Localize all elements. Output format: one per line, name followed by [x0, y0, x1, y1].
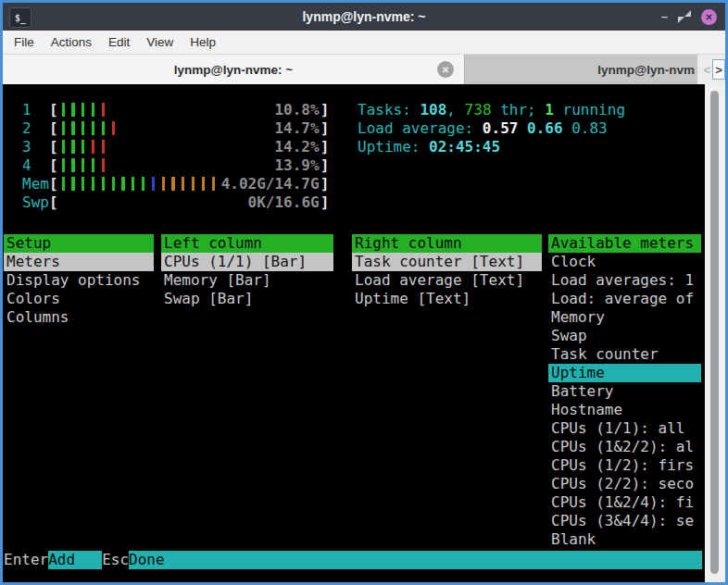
panel-available-meters-item[interactable]: CPUs (1/2): firs [548, 456, 701, 475]
cpu3-meter: 3[14.2%] [22, 138, 329, 156]
panel-available-meters-header: Available meters [548, 234, 701, 253]
panel-left-column-item[interactable]: Swap [Bar] [161, 290, 333, 308]
green-meter-bar [82, 177, 84, 191]
swp-meter: Swp[0K/16.6G] [22, 193, 329, 212]
window-title: lynmp@lyn-nvme: ~ [3, 9, 725, 24]
panel-right-column-item[interactable]: Uptime [Text] [352, 290, 542, 308]
load-line: Load average: 0.57 0.66 0.83 [358, 119, 608, 138]
uptime-line: Uptime: 02:45:45 [358, 138, 500, 156]
green-meter-bar [71, 140, 74, 154]
cpu2-label: 2 [22, 119, 49, 138]
green-meter-bar [132, 177, 134, 191]
panel-available-meters-item[interactable]: CPUs (1&2/4): fi [548, 493, 701, 512]
menu-item[interactable]: Actions [43, 35, 100, 49]
bracket-close: ] [320, 119, 330, 138]
panel-right-column-item[interactable]: Task counter [Text] [352, 253, 542, 271]
running-label: running [554, 101, 625, 118]
scrollbar-track[interactable] [705, 84, 725, 582]
uptime-label: Uptime: [358, 138, 429, 156]
cpu3-value: 14.2% [274, 138, 319, 156]
red-meter-bar [112, 121, 115, 135]
title-bar[interactable]: $_ lynmp@lyn-nvme: ~ – ✕ [3, 3, 725, 31]
load-1min: 0.57 [483, 119, 527, 137]
green-meter-bar [92, 158, 94, 172]
menu-item[interactable]: Help [182, 35, 224, 49]
panel-right-column-item[interactable]: Load average [Text] [352, 271, 542, 290]
panel-setup: Setup MetersDisplay optionsColorsColumns [4, 234, 154, 327]
panel-available-meters-item[interactable]: Memory [548, 308, 701, 327]
bracket-open: [ [49, 138, 58, 156]
tab-scroll-right-icon[interactable]: > [712, 59, 725, 80]
bracket-open: [ [49, 175, 58, 193]
mem-meter: Mem[4.02G/14.7G] [22, 175, 329, 193]
panel-available-meters-item[interactable]: Task counter [548, 345, 701, 364]
panel-available-meters-item[interactable]: Blank [548, 530, 701, 549]
panel-setup-item[interactable]: Display options [4, 271, 154, 290]
menu-bar: FileActionsEditViewHelp [3, 31, 725, 55]
panel-setup-item[interactable]: Columns [4, 308, 154, 327]
panel-available-meters-item[interactable]: Swap [548, 327, 701, 345]
tab-scroll-left-icon[interactable]: < [701, 63, 712, 77]
cpu1-bar-area: 10.8% [58, 101, 320, 119]
panel-setup-item[interactable]: Meters [4, 253, 154, 271]
scrollbar-thumb[interactable] [710, 91, 719, 574]
function-bar: Enter Add Esc Done [4, 551, 702, 569]
done-button[interactable]: Done [129, 551, 702, 569]
bracket-open: [ [49, 101, 58, 119]
green-meter-bar [71, 177, 74, 191]
menu-item[interactable]: Edit [100, 35, 138, 49]
cpu1-meter: 1[10.8%] [22, 101, 329, 119]
add-button[interactable]: Add [48, 551, 102, 569]
uptime-value: 02:45:45 [429, 138, 500, 156]
threads-label: thr; [492, 101, 546, 118]
cpu1-value: 10.8% [274, 101, 319, 119]
terminal-viewport[interactable]: 1[10.8%] 2[14.7%] 3[14.2%] 4[13.9%] Mem[… [3, 84, 725, 582]
cpu2-meter: 2[14.7%] [22, 119, 329, 138]
bracket-close: ] [320, 138, 330, 156]
maximize-icon[interactable] [678, 10, 691, 23]
window-frame: $_ lynmp@lyn-nvme: ~ – ✕ FileActionsEdit… [0, 0, 728, 585]
tab-bar: lynmp@lyn-nvme: ~ ✕ lynmp@lyn-nvm < > [3, 55, 725, 84]
green-meter-bar [71, 121, 74, 135]
close-icon[interactable]: ✕ [701, 9, 717, 25]
menu-item[interactable]: File [6, 35, 43, 49]
panel-available-meters-item[interactable]: Uptime [548, 364, 701, 382]
panel-left-column-item[interactable]: Memory [Bar] [161, 271, 333, 290]
panel-available-meters-item[interactable]: Clock [548, 253, 701, 271]
green-meter-bar [102, 177, 105, 191]
menu-item[interactable]: View [138, 35, 182, 49]
green-meter-bar [62, 121, 65, 135]
panel-available-meters-item[interactable]: Load: average of [548, 290, 701, 308]
panel-setup-item[interactable]: Colors [4, 290, 154, 308]
tab-active[interactable]: lynmp@lyn-nvme: ~ ✕ [3, 55, 465, 84]
panel-available-meters-item[interactable]: Hostname [548, 401, 701, 419]
esc-key-hint: Esc [102, 551, 129, 569]
panel-available-meters-item[interactable]: CPUs (2/2): seco [548, 475, 701, 493]
panel-available-meters-item[interactable]: CPUs (1/1): all [548, 419, 701, 438]
panel-available-meters-item[interactable]: CPUs (3&4/4): se [548, 512, 701, 530]
cpu2-bar-area: 14.7% [58, 119, 320, 138]
panel-available-meters-item[interactable]: CPUs (1&2/2): al [548, 438, 701, 456]
panel-available-meters-item[interactable]: Load averages: 1 [548, 271, 701, 290]
green-meter-bar [102, 121, 105, 135]
orange-meter-bar [192, 177, 195, 191]
mem-bar-area: 4.02G/14.7G [58, 175, 320, 193]
panel-available-meters: Available meters ClockLoad averages: 1Lo… [548, 234, 701, 549]
mem-label: Mem [22, 175, 49, 193]
red-meter-bar [102, 158, 105, 172]
panel-setup-header: Setup [4, 234, 154, 253]
enter-key-hint: Enter [4, 551, 48, 569]
tab-close-icon[interactable]: ✕ [437, 61, 454, 78]
bracket-open: [ [49, 119, 58, 138]
bracket-open: [ [49, 193, 58, 212]
minimize-icon[interactable]: – [661, 12, 668, 21]
tab-inactive[interactable]: lynmp@lyn-nvm [465, 55, 697, 84]
panel-left-column-item[interactable]: CPUs (1/1) [Bar] [161, 253, 333, 271]
cpu4-bar-area: 13.9% [58, 156, 320, 175]
red-meter-bar [102, 140, 105, 154]
threads-count: 738 [465, 101, 492, 118]
cpu3-bar-area: 14.2% [58, 138, 320, 156]
green-meter-bar [92, 121, 94, 135]
mem-value: 4.02G/14.7G [221, 175, 320, 193]
panel-available-meters-item[interactable]: Battery [548, 382, 701, 401]
